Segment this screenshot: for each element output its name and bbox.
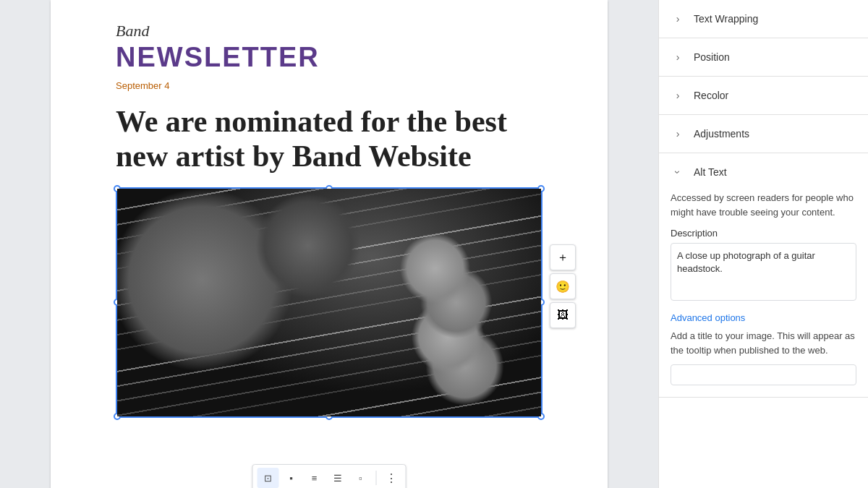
toolbar-divider xyxy=(376,471,377,485)
document-page: Band NEWSLETTER September 4 We are nomin… xyxy=(51,0,608,488)
alt-text-description: Accessed by screen readers for people wh… xyxy=(671,191,856,219)
document-date: September 4 xyxy=(116,80,542,91)
alt-text-chevron-icon: › xyxy=(671,165,685,179)
document-headline: We are nominated for the best new artist… xyxy=(116,104,542,174)
band-main-title: NEWSLETTER xyxy=(116,42,542,73)
more-icon: ⋮ xyxy=(386,471,397,485)
document-area: Band NEWSLETTER September 4 We are nomin… xyxy=(0,0,658,488)
text-wrapping-label: Text Wrapping xyxy=(694,13,758,25)
recolor-chevron-icon: › xyxy=(671,88,685,103)
alt-text-section: › Alt Text Accessed by screen readers fo… xyxy=(659,153,868,398)
position-row[interactable]: › Position xyxy=(659,38,868,76)
wrap-break-button[interactable]: ≡ xyxy=(304,468,326,488)
advanced-options-description: Add a title to your image. This will app… xyxy=(671,329,856,357)
band-script-title: Band xyxy=(116,22,542,40)
emoji-button[interactable]: 🙂 xyxy=(550,273,576,299)
more-options-button[interactable]: ⋮ xyxy=(381,468,401,488)
adjustments-chevron-icon: › xyxy=(671,127,685,141)
position-section: › Position xyxy=(659,38,868,77)
advanced-options-link[interactable]: Advanced options xyxy=(671,312,745,323)
selected-image[interactable]: ＋ 🙂 🖼 xyxy=(116,187,542,418)
wrap-wrap-icon: ☰ xyxy=(333,473,342,484)
add-image-button[interactable]: ＋ xyxy=(550,244,576,270)
emoji-icon: 🙂 xyxy=(556,280,570,294)
wrap-right-icon: ▫ xyxy=(359,473,362,484)
wrap-right-button[interactable]: ▫ xyxy=(350,468,372,488)
guitar-image xyxy=(117,189,541,416)
image-title-input[interactable] xyxy=(671,364,856,385)
adjustments-label: Adjustments xyxy=(694,128,749,140)
position-label: Position xyxy=(694,51,730,63)
wrap-break-icon: ≡ xyxy=(312,473,318,484)
adjustments-row[interactable]: › Adjustments xyxy=(659,115,868,153)
adjustments-section: › Adjustments xyxy=(659,115,868,153)
guitar-photo xyxy=(117,189,541,416)
image-replace-button[interactable]: 🖼 xyxy=(550,302,576,328)
add-icon: ＋ xyxy=(557,250,569,265)
recolor-row[interactable]: › Recolor xyxy=(659,77,868,114)
wrap-left-icon: ▪ xyxy=(289,473,293,484)
position-chevron-icon: › xyxy=(671,50,685,64)
image-floating-toolbar: ＋ 🙂 🖼 xyxy=(550,244,576,328)
description-textarea[interactable]: A close up photograph of a guitar headst… xyxy=(671,243,856,301)
right-panel: › Text Wrapping › Position › Recolor › A… xyxy=(658,0,868,488)
wrap-inline-icon: ⊡ xyxy=(264,473,272,484)
description-field-label: Description xyxy=(671,228,856,239)
alt-text-label: Alt Text xyxy=(694,166,727,178)
recolor-section: › Recolor xyxy=(659,77,868,115)
image-icon: 🖼 xyxy=(557,309,569,322)
wrap-inline-button[interactable]: ⊡ xyxy=(258,468,279,488)
text-wrapping-row[interactable]: › Text Wrapping xyxy=(659,0,868,38)
wrap-left-button[interactable]: ▪ xyxy=(281,468,302,488)
recolor-label: Recolor xyxy=(694,90,728,101)
wrap-wrap-button[interactable]: ☰ xyxy=(327,468,349,488)
text-wrapping-section: › Text Wrapping xyxy=(659,0,868,38)
image-format-toolbar: ⊡ ▪ ≡ ☰ ▫ ⋮ xyxy=(252,464,407,488)
text-wrapping-chevron-icon: › xyxy=(671,12,685,26)
alt-text-header-row[interactable]: › Alt Text xyxy=(671,153,856,191)
